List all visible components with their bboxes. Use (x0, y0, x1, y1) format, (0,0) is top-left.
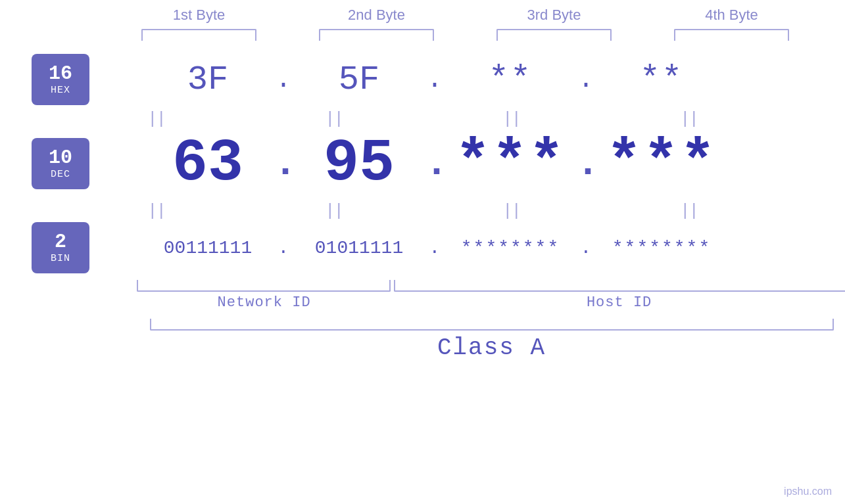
equals-row-1: || || || || (68, 109, 778, 129)
bin-base-label: BIN (51, 253, 70, 264)
bin-base-number: 2 (55, 231, 66, 253)
eq2-b3: || (446, 201, 577, 221)
hex-base-label: HEX (51, 85, 70, 96)
bin-b4-value: ******** (596, 238, 727, 258)
class-label: Class A (437, 334, 546, 361)
byte3-header: 3rd Byte (489, 7, 620, 24)
bottom-brackets (137, 280, 846, 292)
bin-dot3: . (576, 238, 596, 258)
hex-dot2: . (425, 65, 445, 95)
equals-row-2: || || || || (68, 201, 778, 221)
class-bracket (150, 319, 834, 331)
hex-b1-value: 3F (142, 60, 274, 99)
bin-b1-value: 00111111 (142, 238, 274, 258)
hex-values: 3F . 5F . ** . ** (142, 60, 845, 99)
dec-b2-cell: 95 (293, 130, 425, 197)
hex-row: 16 HEX 3F . 5F . ** . ** (0, 54, 845, 105)
main-container: 1st Byte 2nd Byte 3rd Byte 4th Byte 16 H… (0, 0, 845, 504)
bracket-b2 (319, 29, 434, 41)
dec-b3-value: *** (445, 130, 576, 197)
hex-base-number: 16 (49, 63, 72, 85)
bracket-b1 (141, 29, 256, 41)
bin-b2-value: 01011111 (293, 238, 425, 258)
bin-b1-cell: 00111111 (142, 238, 274, 258)
bin-b4-cell: ******** (596, 238, 727, 258)
bracket-b4 (674, 29, 789, 41)
eq1-b2: || (268, 109, 400, 129)
byte1-header: 1st Byte (133, 7, 265, 24)
bin-dot2: . (425, 238, 445, 258)
eq2-b4: || (623, 201, 755, 221)
top-brackets (110, 29, 821, 41)
network-id-label: Network ID (137, 294, 392, 311)
bin-b3-value: ******** (445, 238, 576, 258)
hex-b4-cell: ** (596, 60, 727, 99)
bin-dot1: . (274, 238, 293, 258)
bin-values: 00111111 . 01011111 . ******** . *******… (142, 238, 845, 258)
host-id-label: Host ID (392, 294, 845, 311)
dec-b4-value: *** (596, 130, 727, 197)
class-label-container: Class A (150, 334, 834, 361)
dec-base-label: DEC (51, 169, 70, 180)
dec-b2-value: 95 (293, 130, 425, 197)
host-id-bracket (394, 280, 845, 292)
dec-b3-cell: *** (445, 130, 576, 197)
dec-dot2: . (425, 141, 445, 186)
hex-badge: 16 HEX (32, 54, 89, 105)
hex-b3-cell: ** (445, 60, 576, 99)
byte4-header: 4th Byte (666, 7, 798, 24)
watermark: ipshu.com (784, 486, 832, 497)
bracket-b3 (496, 29, 612, 41)
hex-b1-cell: 3F (142, 60, 274, 99)
hex-b2-cell: 5F (293, 60, 425, 99)
bin-b3-cell: ******** (445, 238, 576, 258)
dec-b1-value: 63 (142, 130, 274, 197)
eq1-b1: || (91, 109, 222, 129)
dec-dot3: . (576, 141, 596, 186)
hex-dot3: . (576, 65, 596, 95)
byte2-header: 2nd Byte (311, 7, 443, 24)
hex-b2-value: 5F (293, 60, 425, 99)
dec-values: 63 . 95 . *** . *** (142, 130, 845, 197)
dec-b1-cell: 63 (142, 130, 274, 197)
hex-b4-value: ** (596, 60, 727, 99)
dec-dot1: . (274, 141, 293, 186)
eq2-b1: || (91, 201, 222, 221)
hex-dot1: . (274, 65, 293, 95)
bin-badge: 2 BIN (32, 222, 89, 273)
eq2-b2: || (268, 201, 400, 221)
network-id-bracket (137, 280, 391, 292)
eq1-b3: || (446, 109, 577, 129)
bin-b2-cell: 01011111 (293, 238, 425, 258)
bottom-labels: Network ID Host ID (137, 294, 846, 311)
dec-base-number: 10 (49, 147, 72, 169)
dec-b4-cell: *** (596, 130, 727, 197)
hex-b3-value: ** (445, 60, 576, 99)
dec-badge: 10 DEC (32, 138, 89, 189)
eq1-b4: || (623, 109, 755, 129)
bin-row: 2 BIN 00111111 . 01011111 . ******** . *… (0, 222, 845, 273)
dec-row: 10 DEC 63 . 95 . *** . *** (0, 130, 845, 197)
byte-headers: 1st Byte 2nd Byte 3rd Byte 4th Byte (110, 7, 821, 24)
